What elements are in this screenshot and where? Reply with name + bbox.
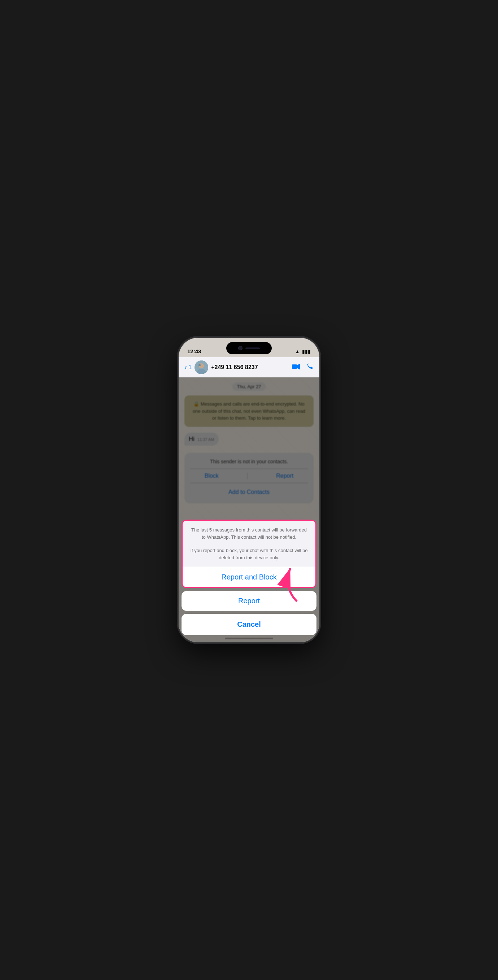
phone-screen: 12:43 ▲ ▮▮▮ ‹ 1 +249 11 656 8237: [179, 338, 319, 642]
arrow-annotation: [269, 562, 305, 606]
svg-marker-5: [297, 364, 300, 369]
action-sheet-info-text-2: If you report and block, your chat with …: [190, 547, 308, 561]
header-actions: [292, 363, 313, 371]
action-sheet-info-text-1: The last 5 messages from this contact wi…: [190, 527, 308, 541]
cancel-sheet: Cancel: [181, 614, 317, 635]
contact-number[interactable]: +249 11 656 8237: [211, 364, 289, 371]
back-chevron-icon: ‹: [185, 363, 187, 371]
svg-rect-4: [292, 364, 297, 369]
phone-call-button[interactable]: [307, 363, 313, 371]
wifi-icon: ▲: [295, 348, 300, 354]
avatar[interactable]: [194, 361, 208, 374]
cancel-button[interactable]: Cancel: [181, 614, 317, 635]
home-indicator: [225, 638, 273, 640]
dynamic-island: [226, 342, 272, 354]
status-icons: ▲ ▮▮▮: [295, 348, 311, 354]
svg-point-3: [199, 364, 200, 366]
action-sheet-info: The last 5 messages from this contact wi…: [183, 521, 315, 567]
arrow-icon: [269, 562, 305, 605]
phone-frame: 12:43 ▲ ▮▮▮ ‹ 1 +249 11 656 8237: [179, 338, 319, 642]
battery-icon: ▮▮▮: [302, 348, 311, 354]
status-time: 12:43: [187, 348, 201, 354]
speaker-bar: [245, 347, 260, 349]
back-count: 1: [188, 364, 192, 371]
chat-header: ‹ 1 +249 11 656 8237: [179, 357, 319, 377]
camera-dot: [238, 346, 242, 350]
back-button[interactable]: ‹ 1: [185, 363, 192, 371]
video-call-button[interactable]: [292, 363, 300, 371]
